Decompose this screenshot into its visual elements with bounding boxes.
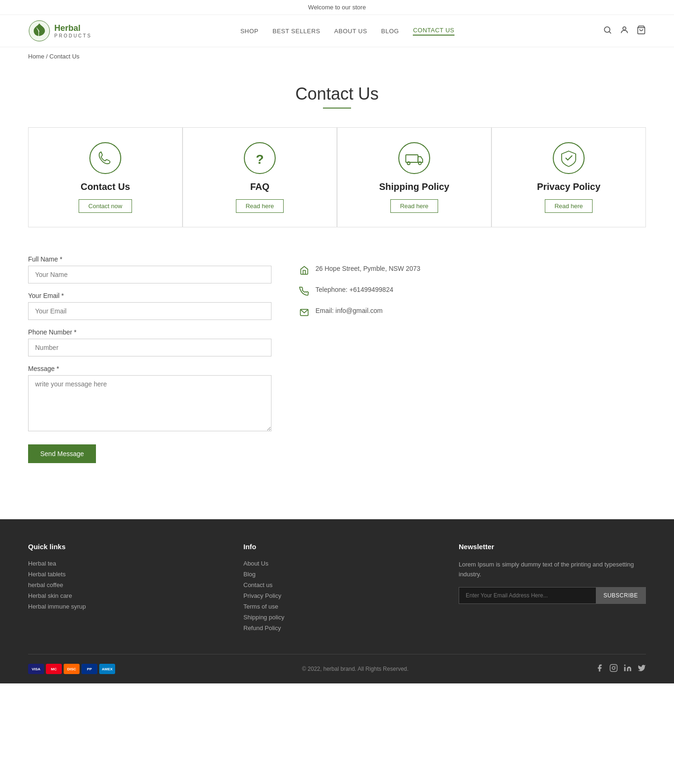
footer-link-herbal-tea[interactable]: Herbal tea xyxy=(28,560,215,567)
nav-shop[interactable]: SHOP xyxy=(240,28,258,35)
telephone-text: Telephone: +61499499824 xyxy=(315,286,393,293)
privacy-card: Privacy Policy Read here xyxy=(491,127,646,227)
footer-quicklinks: Quick links Herbal tea Herbal tablets he… xyxy=(28,543,215,635)
footer-link-terms[interactable]: Terms of use xyxy=(243,603,431,610)
footer-link-herbal-tablets[interactable]: Herbal tablets xyxy=(28,571,215,578)
header-icons xyxy=(603,25,646,37)
breadcrumb: Home / Contact Us xyxy=(0,47,674,65)
svg-text:?: ? xyxy=(256,152,264,167)
mastercard-icon: MC xyxy=(46,664,62,674)
footer-link-herbal-immune[interactable]: Herbal immune syrup xyxy=(28,603,215,610)
logo-subtitle: PRODUCTS xyxy=(54,33,92,38)
nav-blog[interactable]: BLOG xyxy=(381,28,399,35)
question-icon: ? xyxy=(243,142,276,174)
svg-rect-17 xyxy=(624,667,625,671)
phone-label: Phone Number * xyxy=(28,328,271,336)
faq-read-button[interactable]: Read here xyxy=(236,199,284,213)
copyright-text: © 2022, herbal brand. All Rights Reserve… xyxy=(302,666,409,672)
account-button[interactable] xyxy=(620,25,629,37)
footer-link-privacy[interactable]: Privacy Policy xyxy=(243,592,431,599)
message-group: Message * xyxy=(28,365,271,433)
phone-item: Telephone: +61499499824 xyxy=(300,286,646,298)
social-icons xyxy=(595,664,646,674)
nav-contact[interactable]: CONTACT US xyxy=(413,27,454,36)
top-banner: Welcome to our store xyxy=(0,0,674,15)
breadcrumb-home[interactable]: Home xyxy=(28,53,44,60)
search-button[interactable] xyxy=(603,25,612,37)
truck-icon xyxy=(398,142,431,174)
phone-group: Phone Number * xyxy=(28,328,271,356)
svg-point-1 xyxy=(604,27,610,32)
quicklinks-title: Quick links xyxy=(28,543,215,551)
svg-point-8 xyxy=(399,143,430,174)
shipping-card: Shipping Policy Read here xyxy=(337,127,491,227)
svg-point-16 xyxy=(615,666,616,667)
footer-link-herbal-skincare[interactable]: Herbal skin care xyxy=(28,592,215,599)
footer-newsletter: Newsletter Lorem Ipsum is simply dummy t… xyxy=(459,543,646,635)
fullname-label: Full Name * xyxy=(28,255,271,263)
message-label: Message * xyxy=(28,365,271,372)
shield-icon xyxy=(552,142,585,174)
newsletter-description: Lorem Ipsum is simply dummy text of the … xyxy=(459,560,646,580)
linkedin-icon[interactable] xyxy=(623,664,632,674)
footer-link-herbal-coffee[interactable]: herbal coffee xyxy=(28,581,215,588)
svg-line-2 xyxy=(609,31,611,33)
faq-card: ? FAQ Read here xyxy=(183,127,337,227)
header: Herbal PRODUCTS SHOP BEST SELLERS ABOUT … xyxy=(0,15,674,47)
subscribe-button[interactable]: SUBSCRIBE xyxy=(596,588,645,603)
faq-card-title: FAQ xyxy=(250,181,269,192)
nav-about[interactable]: ABOUT US xyxy=(334,28,367,35)
cart-button[interactable] xyxy=(637,25,646,37)
privacy-read-button[interactable]: Read here xyxy=(545,199,593,213)
svg-point-12 xyxy=(553,143,584,174)
main-content: Contact Us Contact Us Contact now ? FAQ xyxy=(0,65,674,519)
footer-link-shipping[interactable]: Shipping policy xyxy=(243,614,431,621)
email-label: Your Email * xyxy=(28,292,271,299)
svg-point-18 xyxy=(624,665,625,666)
email-item: Email: info@gmail.com xyxy=(300,307,646,319)
footer-link-refund[interactable]: Refund Policy xyxy=(243,624,431,632)
facebook-icon[interactable] xyxy=(595,664,604,674)
svg-point-3 xyxy=(623,27,626,30)
footer-top: Quick links Herbal tea Herbal tablets he… xyxy=(28,543,646,635)
fullname-input[interactable] xyxy=(28,266,271,283)
footer: Quick links Herbal tea Herbal tablets he… xyxy=(0,519,674,683)
address-icon xyxy=(300,266,310,277)
message-textarea[interactable] xyxy=(28,375,271,431)
address-text: 26 Hope Street, Pymble, NSW 2073 xyxy=(315,265,420,272)
svg-rect-9 xyxy=(406,155,418,162)
page-title: Contact Us xyxy=(28,84,646,109)
twitter-icon[interactable] xyxy=(637,664,646,674)
newsletter-input[interactable] xyxy=(459,588,596,603)
privacy-card-title: Privacy Policy xyxy=(537,181,601,192)
email-input[interactable] xyxy=(28,302,271,320)
svg-rect-14 xyxy=(610,665,617,672)
phone-icon xyxy=(89,142,122,174)
contact-form-side: Full Name * Your Email * Phone Number * … xyxy=(28,255,271,463)
logo[interactable]: Herbal PRODUCTS xyxy=(28,20,92,42)
footer-link-blog[interactable]: Blog xyxy=(243,571,431,578)
instagram-icon[interactable] xyxy=(609,664,618,674)
phone-input[interactable] xyxy=(28,339,271,356)
svg-point-11 xyxy=(418,162,421,165)
fullname-group: Full Name * xyxy=(28,255,271,283)
payment-icons: VISA MC DISC PP AMEX xyxy=(28,664,115,674)
footer-link-contact[interactable]: Contact us xyxy=(243,581,431,588)
discover-icon: DISC xyxy=(64,664,80,674)
shipping-card-title: Shipping Policy xyxy=(379,181,449,192)
address-item: 26 Hope Street, Pymble, NSW 2073 xyxy=(300,265,646,277)
send-message-button[interactable]: Send Message xyxy=(28,444,96,463)
contact-card-title: Contact Us xyxy=(81,181,130,192)
svg-point-10 xyxy=(407,162,410,165)
footer-link-about[interactable]: About Us xyxy=(243,560,431,567)
svg-point-15 xyxy=(612,667,615,669)
contact-now-button[interactable]: Contact now xyxy=(79,199,132,213)
shipping-read-button[interactable]: Read here xyxy=(390,199,439,213)
newsletter-title: Newsletter xyxy=(459,543,646,551)
account-icon xyxy=(620,25,629,35)
contact-info-side: 26 Hope Street, Pymble, NSW 2073 Telepho… xyxy=(300,255,646,463)
info-cards: Contact Us Contact now ? FAQ Read here xyxy=(28,127,646,227)
search-icon xyxy=(603,25,612,35)
nav-bestsellers[interactable]: BEST SELLERS xyxy=(272,28,320,35)
phone-contact-icon xyxy=(300,287,310,298)
